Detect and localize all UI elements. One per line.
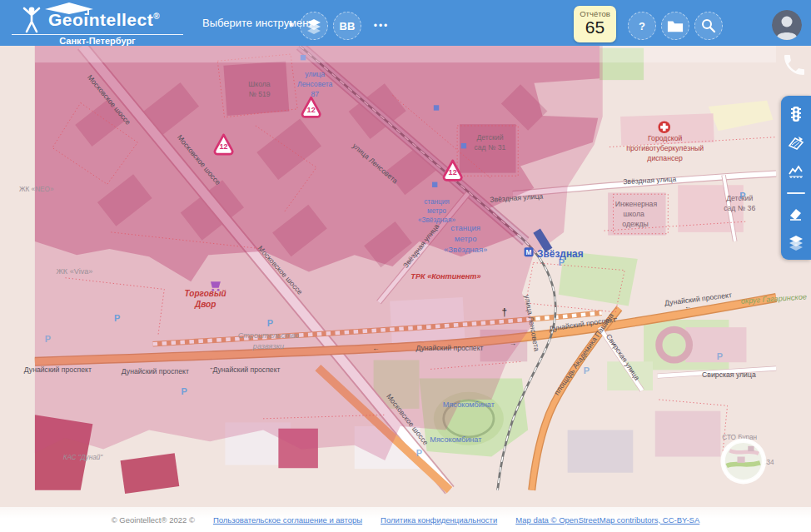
svg-text:P: P — [267, 318, 273, 328]
metro-m-icon: М — [525, 247, 534, 256]
svg-text:метро: метро — [427, 207, 446, 215]
svg-text:←: ← — [684, 303, 691, 311]
search-button[interactable] — [694, 12, 723, 40]
svg-text:12: 12 — [219, 142, 227, 151]
brand-wordmark[interactable]: Geointellect® — [48, 10, 160, 30]
svg-text:Инженерная: Инженерная — [615, 200, 658, 208]
svg-text:станция: станция — [450, 223, 480, 232]
svg-text:станция: станция — [424, 198, 450, 206]
phone-icon — [784, 55, 804, 75]
svg-text:12: 12 — [307, 106, 316, 114]
svg-text:Детский: Детский — [476, 133, 503, 142]
svg-text:P: P — [584, 365, 590, 375]
svg-text:сад № 31: сад № 31 — [474, 143, 505, 152]
svg-text:Свирская улица: Свирская улица — [702, 370, 756, 379]
svg-text:Торговый: Торговый — [185, 289, 226, 298]
top-toolbar: Geointellect® Санкт-Петербург Выберите и… — [0, 0, 811, 46]
folder-button[interactable] — [661, 12, 689, 40]
map-top-fade — [35, 46, 776, 62]
svg-text:ЖК «NEO»: ЖК «NEO» — [19, 186, 54, 193]
svg-text:Мясокомбинат: Мясокомбинат — [430, 435, 482, 444]
privacy-link[interactable]: Политика конфиденциальности — [381, 515, 497, 525]
bb-tool-button[interactable]: BB — [333, 12, 361, 40]
svg-text:сад № 36: сад № 36 — [724, 204, 755, 212]
church-cross: † — [502, 306, 508, 318]
elevation-chart-icon[interactable] — [787, 163, 805, 181]
svg-text:Ленсовета: Ленсовета — [297, 80, 332, 88]
avatar-silhouette-icon — [772, 10, 802, 40]
svg-text:школа: школа — [623, 210, 644, 218]
panel-divider — [787, 192, 805, 194]
svg-text:→: → — [611, 314, 618, 321]
svg-text:P: P — [114, 313, 120, 323]
map-tools-panel — [781, 96, 811, 260]
chevron-down-icon[interactable]: ▼ — [287, 21, 295, 29]
svg-text:Дунайский проспект: Дунайский проспект — [24, 365, 92, 374]
copyright-text: © Geointellect® 2022 © — [112, 515, 195, 525]
svg-text:противотуберкулёзный: противотуберкулёзный — [626, 144, 704, 152]
svg-text:←: ← — [209, 364, 216, 371]
minimap-widget[interactable] — [720, 439, 766, 485]
svg-text:метро: метро — [455, 234, 477, 243]
svg-text:Школа: Школа — [248, 80, 271, 88]
tool-selector-dropdown[interactable]: Выберите инструмент — [202, 0, 313, 46]
osm-attribution-link[interactable]: Map data © OpenStreetMap contributors, C… — [515, 515, 699, 525]
reports-count: 65 — [574, 18, 616, 36]
layers-stack-icon[interactable] — [787, 234, 805, 252]
layers-icon — [306, 17, 322, 34]
more-tools-button[interactable]: ••• — [367, 12, 396, 40]
help-button[interactable]: ? — [628, 12, 656, 40]
svg-text:P: P — [181, 386, 187, 396]
logo-figure-icon — [22, 6, 42, 37]
hospital-cross-icon — [658, 121, 670, 133]
user-avatar[interactable] — [772, 10, 802, 40]
attribution-footer: © Geointellect® 2022 © Пользовательское … — [0, 507, 811, 532]
svg-text:развязки: развязки — [252, 342, 284, 351]
svg-text:P: P — [45, 334, 51, 344]
reports-counter[interactable]: Отчётов 65 — [574, 6, 616, 42]
svg-text:Мясокомбинат: Мясокомбинат — [443, 400, 495, 409]
svg-text:P: P — [416, 448, 422, 458]
svg-text:Дунайский проспект: Дунайский проспект — [212, 365, 280, 374]
svg-text:ЖК «Viva»: ЖК «Viva» — [56, 267, 92, 276]
svg-text:диспансер: диспансер — [647, 154, 683, 162]
eraser-icon[interactable] — [787, 205, 805, 223]
metro-station-label: Звёздная — [537, 248, 584, 260]
phone-contact-button[interactable] — [781, 50, 808, 80]
city-label[interactable]: Санкт-Петербург — [12, 36, 183, 46]
brand-text: Geointellect — [48, 10, 153, 29]
layers-button[interactable] — [300, 12, 328, 40]
geointellect-app: М P P P P P P P P P Московское шоссе Мос… — [0, 0, 811, 532]
search-icon — [700, 17, 717, 34]
area-measure-icon[interactable] — [787, 134, 805, 152]
svg-text:КАС "Дунай": КАС "Дунай" — [63, 454, 104, 461]
svg-text:одежды: одежды — [622, 220, 649, 228]
logo-divider — [12, 34, 183, 35]
brand-reg-mark: ® — [153, 12, 160, 21]
svg-text:Городской: Городской — [648, 134, 683, 142]
svg-text:12: 12 — [449, 168, 457, 177]
svg-text:Детский: Детский — [726, 194, 753, 202]
svg-text:Строительство: Строительство — [238, 331, 299, 340]
svg-text:Дунайский проспект: Дунайский проспект — [122, 367, 189, 375]
svg-text:Двор: Двор — [194, 300, 216, 309]
traffic-light-icon[interactable] — [787, 105, 805, 123]
svg-text:«Звёздная»: «Звёздная» — [444, 245, 487, 254]
svg-text:Дунайский проспект: Дунайский проспект — [415, 344, 483, 352]
svg-text:←: ← — [372, 345, 379, 352]
terms-link[interactable]: Пользовательское соглашение и авторы — [213, 515, 362, 525]
svg-text:улица: улица — [305, 70, 325, 78]
svg-text:№ 519: № 519 — [248, 90, 270, 98]
svg-text:P: P — [717, 351, 723, 361]
svg-text:М: М — [526, 249, 532, 256]
svg-text:ТРК «Континент»: ТРК «Континент» — [410, 272, 480, 281]
folder-icon — [667, 18, 684, 33]
svg-text:→: → — [510, 340, 516, 347]
map-canvas[interactable]: М P P P P P P P P P Московское шоссе Мос… — [0, 46, 811, 532]
